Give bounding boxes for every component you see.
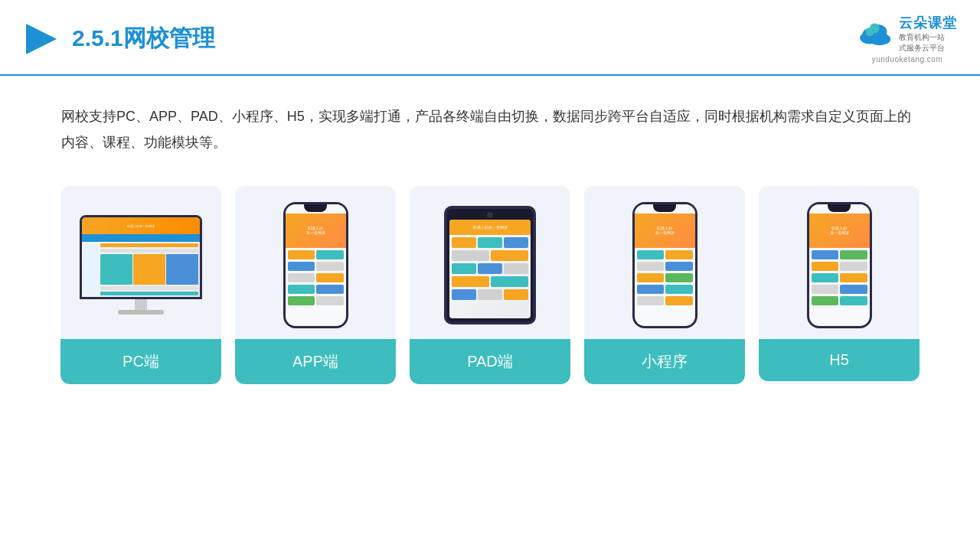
app-card: 职通人的第一堂网课 — [235, 186, 396, 384]
s-main — [100, 243, 198, 295]
miniprogram-notch — [653, 204, 676, 212]
miniprogram-label: 小程序 — [584, 339, 745, 384]
description-paragraph: 网校支持PC、APP、PAD、小程序、H5，实现多端打通，产品各终端自由切换，数… — [61, 103, 919, 155]
description-text: 网校支持PC、APP、PAD、小程序、H5，实现多端打通，产品各终端自由切换，数… — [0, 76, 980, 171]
monitor-frame: 职通人的第一堂网课 — [80, 215, 202, 299]
pc-label: PC端 — [60, 339, 221, 384]
pc-monitor: 职通人的第一堂网课 — [80, 215, 202, 315]
svg-marker-0 — [26, 24, 57, 54]
monitor-stand-base — [118, 310, 164, 315]
miniprogram-phone-screen: 职通人的第一堂网课 — [635, 204, 695, 326]
header-left: 2.5.1网校管理 — [23, 21, 215, 57]
tablet-screen: 职通人的第一堂网课 — [449, 220, 531, 318]
play-icon — [23, 21, 60, 57]
app-phone-screen: 职通人的第一堂网课 — [286, 204, 346, 326]
h5-notch — [828, 204, 851, 212]
app-phone-frame: 职通人的第一堂网课 — [283, 202, 348, 328]
phone-screen-inner: 职通人的第一堂网课 — [286, 204, 346, 326]
phone-notch — [304, 204, 327, 212]
miniprogram-image-area: 职通人的第一堂网课 — [584, 186, 745, 339]
screen-decorative: 职通人的第一堂网课 — [82, 217, 200, 297]
logo-cloud: 云朵课堂 教育机构一站式服务云平台 — [858, 14, 957, 54]
tablet-camera — [487, 212, 493, 218]
h5-phone-frame: 职通人的第一堂网课 — [807, 202, 872, 328]
h5-card: 职通人的第一堂网课 — [759, 186, 920, 384]
s-body — [82, 242, 200, 297]
title-main: 网校管理 — [123, 25, 215, 51]
app-label: APP端 — [235, 339, 396, 384]
logo-service-text: 教育机构一站式服务云平台 — [899, 32, 945, 54]
page-header: 2.5.1网校管理 云朵课堂 教育机构一站式服务云平台 yunduoketang… — [0, 0, 980, 76]
logo-right-text: 云朵课堂 教育机构一站式服务云平台 — [899, 14, 957, 54]
pc-card: 职通人的第一堂网课 — [60, 186, 221, 384]
title-prefix: 2.5.1 — [72, 25, 123, 51]
pc-image-area: 职通人的第一堂网课 — [60, 186, 221, 339]
cloud-icon — [858, 21, 894, 46]
s-banner: 职通人的第一堂网课 — [82, 217, 200, 234]
pad-label: PAD端 — [410, 339, 570, 384]
app-image-area: 职通人的第一堂网课 — [235, 186, 396, 339]
h5-image-area: 职通人的第一堂网课 — [759, 186, 920, 339]
monitor-stand-neck — [135, 299, 147, 310]
s-nav — [82, 234, 200, 242]
miniprogram-screen-inner: 职通人的第一堂网课 — [635, 204, 695, 326]
device-cards-container: 职通人的第一堂网课 — [0, 171, 980, 407]
tablet-frame: 职通人的第一堂网课 — [444, 206, 536, 324]
logo-area: 云朵课堂 教育机构一站式服务云平台 yunduoketang.com — [858, 14, 957, 64]
svg-point-6 — [865, 28, 874, 36]
pad-card: 职通人的第一堂网课 — [410, 186, 570, 384]
s-sidebar — [83, 243, 99, 295]
miniprogram-phone-frame: 职通人的第一堂网课 — [632, 202, 697, 328]
pad-image-area: 职通人的第一堂网课 — [410, 186, 570, 339]
page-title: 2.5.1网校管理 — [72, 23, 215, 54]
h5-screen-inner: 职通人的第一堂网课 — [809, 204, 870, 326]
monitor-screen: 职通人的第一堂网课 — [82, 217, 200, 297]
logo-url: yunduoketang.com — [872, 55, 943, 64]
h5-phone-screen: 职通人的第一堂网课 — [809, 204, 870, 326]
miniprogram-card: 职通人的第一堂网课 — [584, 186, 745, 384]
logo-text: 云朵课堂 — [899, 14, 957, 32]
tablet-screen-inner: 职通人的第一堂网课 — [449, 220, 531, 318]
h5-label: H5 — [759, 339, 920, 381]
